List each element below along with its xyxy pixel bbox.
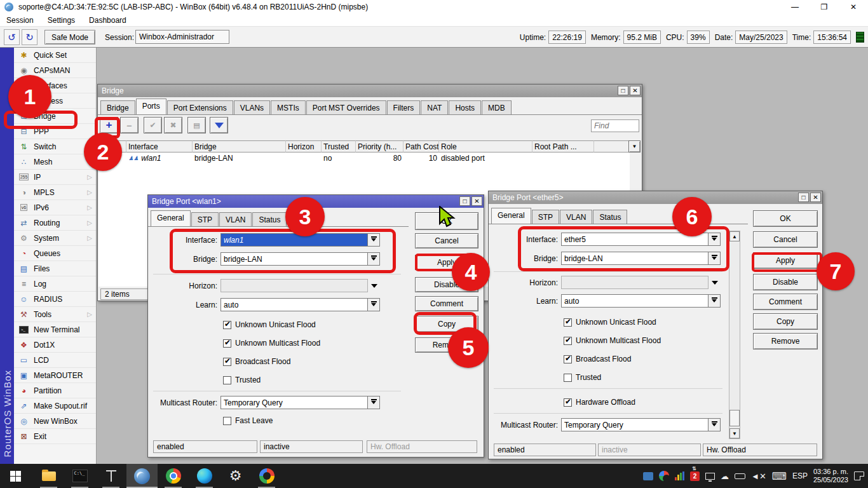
sidebar-item-new-winbox[interactable]: ◎New WinBox xyxy=(14,414,96,429)
horizon-dropdown-icon[interactable] xyxy=(368,279,380,292)
tab-vlan[interactable]: VLAN xyxy=(560,210,592,224)
remove-button[interactable]: Remove xyxy=(753,333,818,349)
sidebar-item-ip[interactable]: 255IP▷ xyxy=(14,170,96,185)
maximize-icon[interactable]: □ xyxy=(798,193,809,202)
tab-nat[interactable]: NAT xyxy=(421,100,448,114)
sidebar-item-radius[interactable]: ☺RADIUS xyxy=(14,292,96,307)
sidebar-item-quick-set[interactable]: ✱Quick Set xyxy=(14,48,96,63)
enable-button[interactable]: ✔ xyxy=(144,117,162,133)
close-button[interactable]: ✕ xyxy=(839,0,868,14)
multicast-router-input[interactable]: Temporary Query xyxy=(220,396,368,409)
checkbox-trusted[interactable]: Trusted xyxy=(564,372,601,383)
sidebar-item-files[interactable]: ▤Files xyxy=(14,261,96,276)
column-header-priority[interactable]: Priority (h... xyxy=(356,140,403,152)
tab-mdb[interactable]: MDB xyxy=(482,100,512,114)
scroll-up-button[interactable]: ▲ xyxy=(729,231,740,241)
taskbar-command-prompt[interactable]: C:\_ xyxy=(64,464,95,488)
cancel-button[interactable]: Cancel xyxy=(753,231,818,248)
checkbox-icon[interactable] xyxy=(564,398,572,407)
tab-ports[interactable]: Ports xyxy=(136,98,166,114)
safe-mode-button[interactable]: Safe Mode xyxy=(44,30,95,44)
close-icon[interactable]: ✕ xyxy=(630,86,641,95)
filter-button[interactable] xyxy=(210,117,228,133)
ok-button[interactable]: OK xyxy=(753,210,818,227)
sidebar-item-make-supout[interactable]: ⇗Make Supout.rif xyxy=(14,398,96,414)
tray-cloud-icon[interactable]: ☁ xyxy=(721,471,729,481)
tab-stp[interactable]: STP xyxy=(191,212,219,226)
multicast-router-dropdown-icon[interactable] xyxy=(368,396,380,409)
tray-network-icon[interactable] xyxy=(705,473,715,480)
disable-button[interactable]: Disable xyxy=(753,274,818,290)
tray-language[interactable]: ESP xyxy=(792,471,808,480)
tab-filters[interactable]: Filters xyxy=(387,100,421,114)
tab-status[interactable]: Status xyxy=(252,212,287,226)
taskbar-settings[interactable]: ⚙ xyxy=(220,464,251,488)
sidebar-item-system[interactable]: ⚙System▷ xyxy=(14,231,96,246)
checkbox-fast-leave[interactable]: Fast Leave xyxy=(223,416,273,426)
taskbar-chrome-ring[interactable] xyxy=(251,464,282,488)
tab-port-mst-overrides[interactable]: Port MST Overrides xyxy=(306,100,386,114)
multicast-router-input[interactable]: Temporary Query xyxy=(561,418,709,431)
tray-clock[interactable]: 03:36 p. m. 25/05/2023 xyxy=(813,468,848,484)
tray-update-badge-icon[interactable]: 2 xyxy=(690,471,700,481)
find-input[interactable] xyxy=(591,119,639,132)
column-select-button[interactable]: ▼ xyxy=(628,140,641,152)
tray-winbox-icon[interactable] xyxy=(643,472,653,480)
tab-stp[interactable]: STP xyxy=(532,210,559,224)
notification-center-icon[interactable] xyxy=(854,471,864,480)
sidebar-item-exit[interactable]: ⊠Exit xyxy=(14,429,96,444)
tab-port-extensions[interactable]: Port Extensions xyxy=(167,100,233,114)
maximize-icon[interactable]: □ xyxy=(618,86,628,95)
checkbox-icon[interactable] xyxy=(223,417,231,425)
learn-dropdown-icon[interactable] xyxy=(368,298,380,311)
tab-status[interactable]: Status xyxy=(593,210,627,224)
checkbox-icon[interactable] xyxy=(564,374,572,382)
scrollbar-thumb[interactable] xyxy=(729,410,740,426)
comment-button[interactable]: ▤ xyxy=(187,117,206,133)
remove-button[interactable]: − xyxy=(120,117,139,133)
disable-button[interactable]: ✖ xyxy=(164,117,182,133)
checkbox-icon[interactable] xyxy=(223,376,231,384)
tab-bridge[interactable]: Bridge xyxy=(100,100,135,114)
sidebar-item-log[interactable]: ≡Log xyxy=(14,276,96,292)
checkbox-icon[interactable] xyxy=(564,355,572,363)
horizon-dropdown-icon[interactable] xyxy=(709,276,721,289)
taskbar-file-explorer[interactable] xyxy=(33,464,64,488)
sidebar-item-dot1x[interactable]: ❖Dot1X xyxy=(14,337,96,353)
minimize-button[interactable]: — xyxy=(780,0,810,14)
column-header-interface[interactable]: Interface xyxy=(126,140,193,152)
checkbox-unknown-multicast-flood[interactable]: Unknown Multicast Flood xyxy=(564,336,661,346)
tab-vlans[interactable]: VLANs xyxy=(234,100,270,114)
start-button[interactable] xyxy=(0,464,31,488)
sidebar-item-ipv6[interactable]: v6IPv6▷ xyxy=(14,200,96,215)
comment-button[interactable]: Comment xyxy=(415,296,478,311)
checkbox-unknown-unicast-flood[interactable]: Unknown Unicast Flood xyxy=(223,320,316,330)
tab-general[interactable]: General xyxy=(491,208,531,224)
multicast-router-dropdown-icon[interactable] xyxy=(709,418,721,431)
sidebar-item-lcd[interactable]: ▭LCD xyxy=(14,353,96,368)
taskbar-edge[interactable] xyxy=(189,464,220,488)
horizon-input[interactable] xyxy=(561,276,709,289)
checkbox-icon[interactable] xyxy=(223,339,231,348)
tray-chrome-icon[interactable] xyxy=(659,471,669,481)
sidebar-item-mpls[interactable]: ◑MPLS▷ xyxy=(14,185,96,200)
horizon-input[interactable] xyxy=(220,279,368,292)
checkbox-hardware-offload[interactable]: Hardware Offload xyxy=(564,397,635,407)
session-value-box[interactable]: Winbox-Administrador xyxy=(135,30,229,44)
menu-dashboard[interactable]: Dashboard xyxy=(88,16,128,25)
learn-dropdown-icon[interactable] xyxy=(709,294,721,308)
checkbox-broadcast-flood[interactable]: Broadcast Flood xyxy=(564,354,631,364)
sidebar-item-new-terminal[interactable]: >_New Terminal xyxy=(14,322,96,337)
checkbox-trusted[interactable]: Trusted xyxy=(223,375,261,385)
copy-button[interactable]: Copy xyxy=(753,313,818,330)
learn-input[interactable]: auto xyxy=(220,298,368,311)
checkbox-icon[interactable] xyxy=(564,337,572,345)
comment-button[interactable]: Comment xyxy=(753,294,818,310)
redo-button[interactable]: ↻ xyxy=(22,29,37,45)
sidebar-item-queues[interactable]: ◔Queues xyxy=(14,246,96,261)
sidebar-item-tools[interactable]: ⚒Tools▷ xyxy=(14,307,96,322)
menu-settings[interactable]: Settings xyxy=(46,16,76,25)
tray-battery-icon[interactable] xyxy=(735,473,745,479)
taskbar-network-tool[interactable] xyxy=(95,464,126,488)
undo-button[interactable]: ↺ xyxy=(4,29,20,45)
